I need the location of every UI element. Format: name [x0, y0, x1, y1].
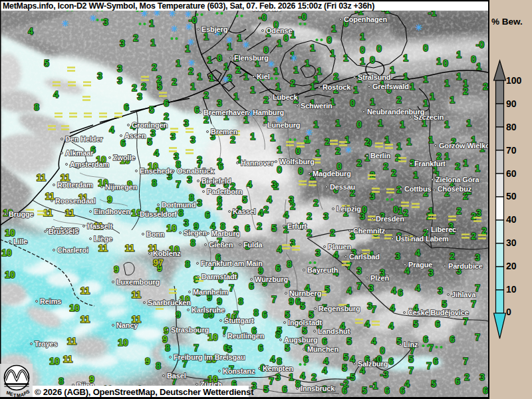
svg-text:Alkmaar: Alkmaar [65, 149, 94, 157]
svg-text:5: 5 [343, 352, 348, 362]
svg-text:3: 3 [103, 17, 108, 27]
svg-text:Zielona Góra: Zielona Góra [436, 176, 479, 184]
svg-text:4: 4 [333, 250, 338, 260]
svg-text:6: 6 [398, 288, 403, 298]
svg-text:1: 1 [293, 65, 299, 75]
svg-text:6: 6 [194, 105, 200, 115]
svg-text:1: 1 [466, 118, 471, 128]
svg-text:✳: ✳ [188, 37, 195, 47]
svg-text:✳: ✳ [226, 35, 233, 45]
svg-text:10: 10 [506, 284, 517, 295]
svg-text:0: 0 [423, 43, 428, 53]
svg-text:5: 5 [302, 326, 307, 336]
svg-text:Zwolle: Zwolle [113, 154, 135, 162]
svg-text:6: 6 [120, 138, 126, 148]
svg-text:4: 4 [404, 379, 410, 389]
svg-text:-0: -0 [259, 13, 267, 23]
svg-text:Hannover: Hannover [241, 159, 274, 167]
svg-text:1: 1 [423, 74, 428, 84]
svg-text:3: 3 [117, 64, 122, 74]
svg-text:5: 5 [149, 105, 154, 115]
svg-text:3: 3 [428, 268, 434, 278]
svg-text:8: 8 [178, 208, 184, 218]
svg-text:3: 3 [356, 266, 362, 276]
svg-text:Augsburg: Augsburg [284, 336, 318, 344]
svg-text:11: 11 [43, 208, 53, 218]
svg-text:7: 7 [463, 356, 468, 366]
svg-text:7: 7 [269, 376, 274, 386]
svg-text:2: 2 [396, 95, 402, 105]
svg-text:2: 2 [335, 146, 340, 156]
svg-text:7: 7 [271, 295, 277, 305]
svg-text:6: 6 [218, 162, 223, 172]
svg-text:1: 1 [289, 372, 294, 382]
svg-text:3: 3 [120, 39, 125, 49]
svg-text:1: 1 [313, 74, 319, 84]
svg-text:2: 2 [455, 162, 460, 172]
svg-text:0: 0 [443, 59, 448, 68]
svg-text:Brugge: Brugge [9, 210, 34, 218]
svg-text:8: 8 [34, 102, 39, 112]
svg-text:4: 4 [415, 283, 420, 293]
svg-text:✳: ✳ [185, 9, 192, 19]
svg-text:0: 0 [356, 120, 362, 130]
svg-text:Dortmund: Dortmund [162, 201, 196, 209]
svg-text:2: 2 [356, 158, 362, 168]
svg-text:Bremen: Bremen [211, 128, 237, 136]
svg-text:1: 1 [330, 49, 335, 59]
svg-text:Nürnberg: Nürnberg [289, 289, 321, 297]
svg-text:90: 90 [506, 98, 517, 109]
svg-text:1: 1 [343, 53, 348, 63]
svg-text:Salzburg: Salzburg [358, 360, 388, 368]
svg-text:1: 1 [277, 39, 282, 49]
svg-text:Assen: Assen [124, 132, 146, 140]
svg-text:3: 3 [323, 211, 329, 221]
svg-text:3: 3 [190, 135, 196, 145]
svg-text:Stuttgart: Stuttgart [224, 317, 254, 325]
svg-text:2: 2 [230, 135, 235, 145]
svg-text:2: 2 [307, 211, 312, 221]
svg-text:1: 1 [463, 158, 468, 168]
svg-text:3: 3 [184, 118, 189, 128]
svg-text:3: 3 [117, 76, 122, 86]
svg-text:2: 2 [263, 95, 269, 105]
svg-text:4: 4 [346, 286, 352, 296]
svg-text:2: 2 [325, 137, 330, 147]
svg-text:Cottbus - Chóśebuz: Cottbus - Chóśebuz [404, 185, 472, 193]
svg-text:7: 7 [426, 361, 432, 371]
svg-text:Esbjerg: Esbjerg [201, 25, 227, 33]
svg-text:1: 1 [223, 62, 229, 72]
svg-text:✳: ✳ [223, 74, 230, 84]
svg-text:1: 1 [237, 33, 242, 43]
svg-text:5: 5 [285, 343, 290, 353]
svg-text:✳: ✳ [306, 128, 313, 138]
svg-text:0: 0 [380, 346, 385, 356]
svg-text:Dessau: Dessau [330, 183, 355, 191]
svg-text:1: 1 [176, 59, 181, 68]
svg-text:2: 2 [203, 115, 209, 125]
svg-text:11: 11 [67, 336, 77, 346]
svg-text:Bonn: Bonn [146, 230, 164, 238]
svg-text:80: 80 [506, 122, 517, 132]
svg-text:5: 5 [277, 326, 282, 336]
svg-text:7: 7 [408, 366, 414, 376]
svg-text:5: 5 [342, 363, 347, 373]
svg-text:2: 2 [471, 231, 476, 241]
svg-text:5: 5 [413, 319, 418, 329]
svg-text:✳: ✳ [243, 40, 250, 50]
svg-text:2: 2 [257, 221, 262, 231]
svg-text:Siegen: Siegen [184, 229, 207, 237]
svg-text:97: 97 [153, 258, 164, 268]
svg-text:6: 6 [388, 356, 394, 366]
svg-text:Basel: Basel [167, 372, 186, 380]
svg-text:5: 5 [431, 379, 436, 389]
svg-text:Enschede: Enschede [140, 167, 174, 175]
svg-text:1: 1 [360, 57, 365, 66]
svg-text:4: 4 [109, 125, 114, 135]
svg-text:5: 5 [242, 195, 247, 205]
svg-text:2: 2 [330, 228, 335, 238]
svg-text:Strasbourg: Strasbourg [171, 326, 209, 334]
svg-text:7: 7 [229, 283, 234, 293]
svg-text:Lille: Lille [13, 237, 27, 245]
svg-text:-0: -0 [299, 12, 307, 22]
